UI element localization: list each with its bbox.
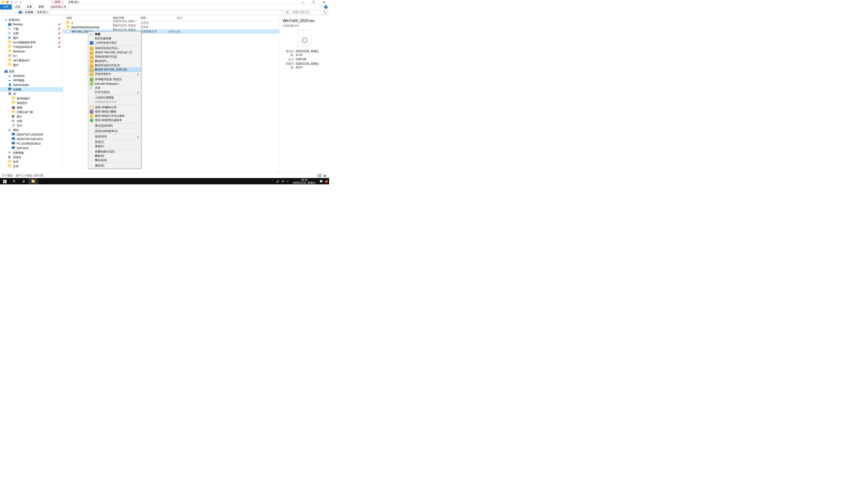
ctx-open-with[interactable]: 打开方式(H)▸: [89, 90, 141, 94]
nav-item[interactable]: G:\: [0, 54, 63, 58]
qat-undo-icon[interactable]: ↶: [14, 0, 18, 4]
ctx-properties[interactable]: 属性(R): [89, 164, 141, 168]
ctx-baidu[interactable]: 上传到百度网盘: [89, 96, 141, 100]
nav-item-this-pc[interactable]: 此电脑: [0, 87, 63, 92]
view-details-button[interactable]: ☰: [317, 174, 322, 178]
tray-notification-icon[interactable]: 💬: [319, 180, 323, 183]
taskbar-clock[interactable]: 16:322020/12/25, 星期五: [291, 178, 317, 184]
nav-desktop[interactable]: 桌面: [0, 69, 63, 74]
ctx-qq-send[interactable]: 通过QQ发送到: [89, 124, 141, 128]
ribbon-tab-file[interactable]: 文件: [0, 4, 12, 9]
ribbon-tab-home[interactable]: 主页: [12, 4, 24, 9]
ctx-notepadpp[interactable]: Edit with Notepad++: [89, 82, 141, 86]
nav-item[interactable]: 🖼图片: [0, 114, 63, 119]
nav-item[interactable]: 📚库: [0, 92, 63, 96]
nav-item[interactable]: 保存的图片: [0, 96, 63, 101]
ctx-360-menu[interactable]: 使用 360管理右键菜单: [89, 118, 141, 123]
search-icon[interactable]: 🔍: [323, 11, 327, 14]
ctx-delete[interactable]: 删除(D): [89, 154, 141, 158]
ctx-add-archive[interactable]: 添加到压缩文件(A)...: [89, 46, 141, 51]
nav-item[interactable]: 🎵音乐: [0, 123, 63, 128]
nav-item[interactable]: ☁OneDrive: [0, 74, 63, 78]
breadcrumb-drop-icon[interactable]: ˅: [281, 11, 283, 14]
contextual-tab-manage[interactable]: 管理: [51, 0, 64, 4]
start-button[interactable]: [0, 178, 9, 184]
taskview-button[interactable]: ⊞: [19, 178, 29, 184]
ctx-youdao[interactable]: 上传到有道云笔记: [89, 41, 141, 45]
file-row[interactable]: 12020/12/15, 星期二 1...文件夹: [63, 21, 279, 25]
view-thumbnails-button[interactable]: ▦: [322, 174, 327, 178]
nav-pane[interactable]: ★快速访问 Desktop📌 ⬇下载📌 🗎文档📌 🖼图片📌 excel表格制作求…: [0, 15, 63, 173]
ctx-shortcut[interactable]: 创建快捷方式(S): [89, 150, 141, 154]
ctx-copy[interactable]: 复制(C): [89, 144, 141, 149]
nav-item[interactable]: 文件: [0, 164, 63, 168]
nav-item[interactable]: excel表格制作求和📌: [0, 40, 63, 45]
breadcrumb[interactable]: › 此电脑 › 文档 (E:) › ˅: [18, 10, 284, 15]
nav-item[interactable]: ⚙控制面板: [0, 151, 63, 155]
nav-up-button[interactable]: ↑: [15, 11, 16, 14]
ctx-add-zip[interactable]: 添加到 "Win7x64_2020.zip" (T): [89, 51, 141, 55]
system-tray[interactable]: ˄ 🔊 中 ⚐ 16:322020/12/25, 星期五 💬 3: [272, 178, 329, 184]
nav-network[interactable]: 🖧网络: [0, 128, 63, 132]
ctx-other-compress[interactable]: 其他压缩命令▸: [89, 72, 141, 76]
tray-ime-icon[interactable]: 中: [282, 180, 284, 184]
nav-item[interactable]: 本机照片: [0, 101, 63, 105]
ctx-cut[interactable]: 剪切(T): [89, 140, 141, 144]
breadcrumb-drive[interactable]: 文档 (E:): [36, 10, 48, 14]
ribbon-tab-view[interactable]: 查看: [35, 4, 47, 9]
ctx-restore-version[interactable]: 还原以前的版本(V): [89, 129, 141, 133]
nav-item[interactable]: DESKTOP-NJEU3CG: [0, 137, 63, 141]
file-row[interactable]: BaiduNetdiskDownload2020/12/25, 星期五 1...…: [63, 25, 279, 29]
nav-item[interactable]: 🗎文档: [0, 119, 63, 123]
taskbar-explorer[interactable]: [29, 178, 38, 184]
qat-pin-icon[interactable]: 📌: [5, 0, 9, 4]
nav-item[interactable]: 👤Administrator: [0, 83, 63, 87]
ctx-open-360zip[interactable]: 用360压缩打开(Q): [89, 55, 141, 59]
ctx-share[interactable]: ↗共享: [89, 86, 141, 90]
search-button[interactable]: 🔍: [9, 178, 19, 184]
chevron-right-icon[interactable]: ›: [35, 11, 35, 14]
ctx-burn[interactable]: 刻录光盘映像: [89, 36, 141, 41]
ribbon-expand-icon[interactable]: ˅: [318, 5, 324, 8]
nav-item[interactable]: DESKTOP-LSSOEDP: [0, 132, 63, 137]
nav-item[interactable]: PC-20190530OBLA: [0, 141, 63, 146]
nav-item[interactable]: ☁WPS网盘: [0, 78, 63, 83]
qat-more-icon[interactable]: ▾: [19, 0, 23, 4]
nav-item[interactable]: 🖼图片📌: [0, 36, 63, 40]
ctx-360-unlock[interactable]: 使用 360解除占用: [89, 105, 141, 109]
ctx-mount[interactable]: 装载: [89, 32, 141, 36]
chevron-right-icon[interactable]: ›: [23, 11, 24, 14]
nav-item[interactable]: 🗑回收站: [0, 155, 63, 160]
taskbar[interactable]: 🔍 ⊞ ˄ 🔊 中 ⚐ 16:322020/12/25, 星期五 💬 3: [0, 178, 329, 184]
nav-item[interactable]: YUNQISHI2019📌: [0, 45, 63, 49]
ctx-extract-to[interactable]: 解压到(F)...: [89, 59, 141, 63]
nav-item[interactable]: 天翼云盘下载: [0, 110, 63, 114]
nav-item[interactable]: 图片: [0, 63, 63, 67]
nav-quick-access[interactable]: ★快速访问: [0, 18, 63, 22]
col-type[interactable]: 类型: [141, 16, 164, 20]
col-size[interactable]: 大小: [164, 16, 182, 20]
close-button[interactable]: ✕: [319, 0, 329, 4]
refresh-button[interactable]: ↻: [285, 10, 290, 15]
tray-chevron-icon[interactable]: ˄: [272, 180, 274, 183]
ctx-send-to[interactable]: 发送到(N)▸: [89, 134, 141, 139]
nav-item[interactable]: ⬇下载📌: [0, 27, 63, 31]
help-icon[interactable]: ?: [324, 5, 328, 9]
column-headers[interactable]: 名称 修改日期 类型 大小: [63, 15, 279, 21]
chevron-right-icon[interactable]: ›: [49, 11, 50, 14]
nav-item[interactable]: 软件: [0, 160, 63, 164]
nav-back-button[interactable]: ←: [1, 11, 4, 14]
ctx-extract-here[interactable]: 解压到当前文件夹(X): [89, 63, 141, 68]
nav-item[interactable]: win7重装win7: [0, 58, 63, 63]
tray-security-icon[interactable]: ⚐: [287, 180, 289, 183]
search-input[interactable]: 搜索"文档 (E:)" 🔍: [291, 10, 328, 15]
qat-delete-icon[interactable]: ✕: [10, 0, 13, 4]
ctx-rename[interactable]: 重命名(M): [89, 158, 141, 162]
ctx-360-scan[interactable]: 使用 360进行木马云查杀: [89, 114, 141, 118]
ctx-extract-named[interactable]: 解压到 Win7x64_2020\ (E): [89, 68, 141, 72]
tray-volume-icon[interactable]: 🔊: [276, 180, 279, 183]
ctx-360-delete[interactable]: 使用 360强力删除: [89, 109, 141, 114]
ribbon-tab-share[interactable]: 共享: [24, 4, 35, 9]
nav-item[interactable]: Desktop📌: [0, 22, 63, 27]
nav-recent-button[interactable]: ˅: [11, 11, 13, 14]
